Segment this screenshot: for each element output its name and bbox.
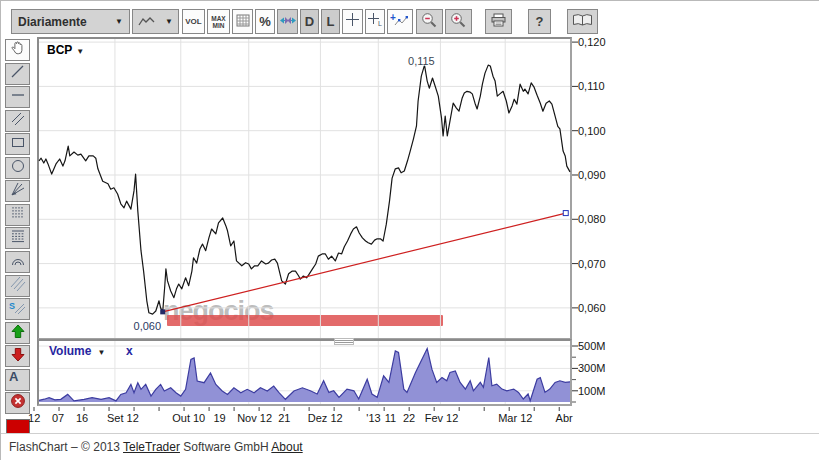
horizontal-dashes-icon [10, 228, 26, 248]
chart-type-dropdown[interactable]: ▼ [132, 9, 179, 34]
volume-chart-panel[interactable]: Volume▼ x [37, 339, 572, 406]
volume-chart-svg [39, 341, 570, 404]
price-axis-tick-label: 0,120 [578, 36, 606, 48]
add-study-button[interactable]: + [387, 9, 413, 34]
arcs-icon [10, 252, 26, 272]
sidebar-tool-speed-resistance[interactable]: S [5, 298, 30, 320]
symbol-label: BCP [47, 43, 72, 57]
sidebar-tool-rectangle[interactable] [5, 133, 30, 155]
crosshair-icon [345, 12, 360, 31]
time-axis-tick-label: 22 [403, 412, 415, 424]
percent-scale-button[interactable]: % [255, 9, 275, 34]
daily-button[interactable]: D [300, 9, 319, 34]
sidebar-tool-parallel-lines[interactable] [5, 110, 30, 132]
price-axis-tick-label: 0,100 [578, 125, 606, 137]
time-axis-tick-label: '13 [366, 412, 380, 424]
sidebar-tool-arrow-down[interactable] [5, 345, 30, 367]
ellipse-icon [10, 158, 26, 178]
print-button[interactable] [485, 9, 512, 34]
price-chart-panel[interactable]: BCP▼ negocios 0,1150,060 [37, 37, 572, 340]
time-axis-tick-label: Out 10 [172, 412, 205, 424]
fit-scale-button[interactable] [277, 9, 298, 34]
zoom-out-button[interactable] [416, 9, 443, 34]
volume-toggle-button[interactable]: VOL [182, 9, 205, 34]
sidebar-tool-fibonacci-time-zones[interactable] [5, 204, 30, 226]
chevron-down-icon: ▼ [115, 17, 123, 26]
diagonal-line-icon [10, 64, 26, 84]
footer: FlashChart – © 2013 TeleTrader Software … [1, 433, 819, 460]
crosshair-button[interactable] [342, 9, 363, 34]
volume-close-button[interactable]: x [126, 344, 133, 358]
grid-toggle-button[interactable] [232, 9, 253, 34]
fan-lines-icon [10, 181, 26, 201]
sidebar-tool-ellipse[interactable] [5, 157, 30, 179]
sidebar-tool-pan[interactable] [5, 39, 30, 61]
price-axis-tick-label: 0,060 [578, 302, 606, 314]
manual-button[interactable] [567, 9, 598, 34]
fit-icon [279, 13, 297, 31]
symbol-selector[interactable]: BCP▼ [47, 43, 84, 57]
sidebar-tool-fibonacci-retracement[interactable] [5, 227, 30, 249]
delete-icon [10, 393, 26, 413]
time-axis-tick-label: 12 [28, 412, 40, 424]
sidebar-tool-delete[interactable] [5, 392, 30, 414]
zoom-in-button[interactable] [445, 9, 472, 34]
time-axis-tick-label: Fev 12 [425, 412, 459, 424]
rectangle-icon [10, 134, 26, 154]
price-axis-tick-label: 0,080 [578, 213, 606, 225]
sidebar-tool-text[interactable]: A [5, 369, 30, 391]
price-annotation: 0,060 [134, 320, 162, 332]
chevron-down-icon: ▼ [76, 47, 84, 56]
add-study-icon: + [390, 13, 410, 31]
flashchart-window: Diariamente ▼ ▼ VOL MAXMIN % D L L + [0, 0, 819, 460]
parallel-lines-icon [10, 111, 26, 131]
time-axis-tick-label: Mar 12 [498, 412, 532, 424]
vertical-dashes-icon [10, 205, 26, 225]
trendline-end-handle[interactable] [563, 211, 568, 216]
help-button[interactable]: ? [528, 9, 551, 34]
svg-text:L: L [378, 20, 382, 27]
panel-splitter-handle[interactable] [334, 338, 354, 345]
price-axis-tick-label: 0,090 [578, 169, 606, 181]
volume-axis-tick-label: 300M [578, 362, 606, 374]
hand-icon [9, 40, 26, 60]
time-axis-tick-label: Abr [556, 412, 573, 424]
time-axis-tick-label: Nov 12 [237, 412, 272, 424]
period-dropdown-value: Diariamente [18, 15, 87, 29]
sidebar-tool-arrow-up[interactable] [5, 322, 30, 344]
volume-axis-tick-label: 100M [578, 385, 606, 397]
triple-diagonal-icon [10, 276, 26, 296]
chevron-down-icon: ▼ [97, 348, 105, 357]
volume-dropdown[interactable]: Volume▼ [49, 344, 105, 358]
sidebar-tool-speed-lines[interactable] [5, 275, 30, 297]
teletrader-link[interactable]: TeleTrader [123, 440, 180, 454]
time-axis-tick-label: Set 12 [107, 412, 139, 424]
red-down-arrow-icon [10, 347, 26, 366]
horizontal-line-icon [10, 87, 26, 107]
grid-icon [236, 13, 250, 31]
footer-text: Software GmbH [180, 440, 271, 454]
period-dropdown[interactable]: Diariamente ▼ [11, 9, 130, 34]
price-chart-svg [39, 39, 570, 338]
time-axis-tick-label: 19 [213, 412, 225, 424]
about-link[interactable]: About [271, 440, 302, 454]
sidebar-tool-fan-lines[interactable] [5, 180, 30, 202]
crosshair-tracking-button[interactable]: L [365, 9, 385, 34]
sidebar-tool-fibonacci-arcs[interactable] [5, 251, 30, 273]
line-chart-icon [138, 13, 155, 31]
price-axis-tick-label: 0,110 [578, 80, 605, 92]
time-axis-tick-label: 21 [278, 412, 290, 424]
sidebar-tool-trendline[interactable] [5, 63, 30, 85]
book-icon [572, 13, 593, 31]
footer-text: FlashChart – © 2013 [9, 440, 123, 454]
trendline-start-handle[interactable] [160, 309, 165, 314]
green-up-arrow-icon [10, 324, 26, 343]
linear-scale-button[interactable]: L [321, 9, 340, 34]
zoom-out-icon [421, 12, 438, 32]
time-axis-tick-label: 11 [385, 412, 396, 424]
time-axis-tick-label: 16 [76, 412, 88, 424]
svg-text:+: + [390, 13, 396, 23]
price-axis-tick-label: 0,070 [578, 258, 606, 270]
maxmin-toggle-button[interactable]: MAXMIN [207, 9, 230, 34]
sidebar-tool-horizontal-line[interactable] [5, 86, 30, 108]
